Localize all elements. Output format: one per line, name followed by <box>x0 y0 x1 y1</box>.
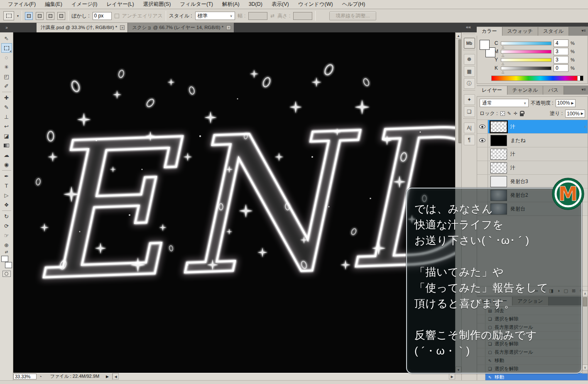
character-panel-button[interactable]: A| <box>464 122 475 133</box>
yellow-slider-marker-icon[interactable]: △ <box>502 62 504 66</box>
tab-color[interactable]: カラー <box>477 27 502 36</box>
style-select[interactable]: 標準 ∨ <box>195 12 235 20</box>
clone-source-button[interactable]: ❏ <box>464 106 475 117</box>
mini-bridge-button[interactable]: Mb <box>464 38 475 49</box>
lasso-tool[interactable]: ◌ <box>1 53 12 62</box>
menu-analysis[interactable]: 解析(A) <box>218 0 244 9</box>
pen-tool[interactable]: ✒ <box>1 171 12 181</box>
move-tool[interactable]: ⇖ <box>1 34 12 43</box>
lock-position-icon[interactable]: ✛ <box>514 111 517 116</box>
menu-view[interactable]: 表示(V) <box>267 0 294 9</box>
zoom-level-input[interactable] <box>13 374 37 379</box>
layer-thumbnail[interactable] <box>490 162 507 174</box>
color-ramp[interactable] <box>491 76 583 81</box>
opacity-spinner-icon[interactable]: ▶ <box>571 101 574 105</box>
menu-select[interactable]: 選択範囲(S) <box>139 0 176 9</box>
document-tab-1[interactable]: 汁講座.psd @ 33.3% (汁, RGB/8#) * × <box>37 23 127 32</box>
foreground-color-swatch[interactable] <box>1 256 8 262</box>
visibility-toggle[interactable] <box>477 161 488 174</box>
type-tool[interactable]: T <box>1 181 12 191</box>
paragraph-panel-button[interactable]: ¶ <box>464 135 475 145</box>
intersect-selection-button[interactable] <box>57 12 65 20</box>
panel-foreground-swatch[interactable] <box>480 40 490 50</box>
gradient-tool[interactable] <box>1 141 12 150</box>
layer-thumbnail[interactable] <box>490 121 507 132</box>
tool-presets-button[interactable]: ✦ <box>464 94 475 105</box>
layer-row-shiru-3[interactable]: 汁 <box>477 161 588 175</box>
history-brush-tool[interactable]: ↩ <box>1 122 12 131</box>
history-scrollbar[interactable]: ∧ <box>582 291 588 374</box>
brush-tool[interactable]: ✎ <box>1 103 12 112</box>
menu-help[interactable]: ヘルプ(H) <box>338 0 370 9</box>
layer-thumbnail[interactable] <box>490 149 507 160</box>
lock-all-icon[interactable] <box>520 113 524 116</box>
panel-menu-icon[interactable]: ▾≡ <box>581 87 586 92</box>
zoom-tool[interactable]: ⊕ <box>1 240 12 250</box>
menu-file[interactable]: ファイル(F) <box>3 0 40 9</box>
dodge-tool[interactable]: ◉ <box>1 160 12 169</box>
tab-paths[interactable]: パス <box>543 86 564 95</box>
cyan-slider-marker-icon[interactable]: △ <box>502 45 504 49</box>
eraser-tool[interactable]: ◪ <box>1 131 12 141</box>
magenta-value-input[interactable] <box>554 48 568 55</box>
add-selection-button[interactable] <box>36 12 44 20</box>
tools-collapse-icon[interactable]: » <box>0 23 13 32</box>
layer-row-shiru-1[interactable]: 汁 ∧ <box>477 120 588 134</box>
swap-colors-icon[interactable]: ⇄ <box>0 250 13 254</box>
scroll-up-icon[interactable]: ▲ <box>456 32 461 39</box>
yellow-slider[interactable] <box>501 58 551 62</box>
lock-pixels-icon[interactable]: ✎ <box>507 111 511 116</box>
blend-mode-select[interactable]: 通常 ∨ <box>480 99 529 107</box>
history-scroll-thumb[interactable] <box>583 297 587 306</box>
3d-rotate-tool[interactable]: ↻ <box>1 212 12 221</box>
smudge-tool[interactable]: ☁ <box>1 150 12 160</box>
panel-menu-icon[interactable]: ▾≡ <box>581 28 586 33</box>
feather-input[interactable] <box>93 12 112 20</box>
history-scroll-up-icon[interactable]: ∧ <box>583 291 588 296</box>
visibility-toggle[interactable] <box>477 175 488 188</box>
black-value-input[interactable] <box>554 64 568 72</box>
document-tab-2[interactable]: スクショ @ 66.7% (レイヤー 14, RGB/8) * × <box>127 23 234 32</box>
fill-field[interactable]: 100% ▶ <box>565 110 585 117</box>
info-button[interactable]: ⓘ <box>464 78 475 89</box>
canvas-horizontal-scrollbar[interactable]: ◀ ▶ <box>112 373 455 380</box>
history-scroll-down-icon[interactable]: ∨ <box>582 364 588 370</box>
menu-3d[interactable]: 3D(D) <box>244 0 267 9</box>
panel-color-swatches[interactable] <box>480 39 494 61</box>
menu-image[interactable]: イメージ(I) <box>67 0 102 9</box>
cyan-slider[interactable] <box>501 42 551 45</box>
magenta-slider[interactable] <box>501 50 551 54</box>
document-canvas[interactable]: END END <box>13 32 455 373</box>
tab-layers[interactable]: レイヤー <box>477 86 507 95</box>
cyan-value-input[interactable] <box>554 39 568 47</box>
visibility-toggle[interactable] <box>477 134 488 147</box>
clone-stamp-tool[interactable]: ⊥ <box>1 112 12 122</box>
spectrum-ramp[interactable] <box>492 76 577 81</box>
black-ramp-cap[interactable] <box>580 76 583 81</box>
black-slider[interactable] <box>501 66 551 70</box>
scroll-left-icon[interactable]: ◀ <box>113 373 119 379</box>
dock-collapse-left-icon[interactable]: «« <box>466 24 471 29</box>
eyedropper-tool[interactable]: ✐ <box>1 81 12 91</box>
black-slider-marker-icon[interactable]: △ <box>502 70 504 74</box>
custom-shape-tool[interactable]: ❖ <box>1 200 12 210</box>
white-ramp-cap[interactable] <box>577 76 580 81</box>
tab-styles[interactable]: スタイル <box>538 27 569 36</box>
scroll-right-icon[interactable]: ▶ <box>449 373 455 379</box>
quick-mask-button[interactable] <box>2 271 11 277</box>
layer-thumbnail[interactable] <box>490 135 507 146</box>
close-tab-icon[interactable]: × <box>226 25 231 30</box>
color-swatches[interactable] <box>1 256 12 268</box>
yellow-value-input[interactable] <box>554 56 568 64</box>
rectangular-marquee-tool[interactable] <box>1 43 12 53</box>
tab-swatches[interactable]: スウォッチ <box>502 27 538 36</box>
3d-orbit-tool[interactable]: ⟳ <box>1 221 12 231</box>
menu-filter[interactable]: フィルター(T) <box>175 0 218 9</box>
lock-transparency-icon[interactable] <box>500 111 505 116</box>
layer-thumbnail[interactable] <box>490 176 507 187</box>
tab-channels[interactable]: チャンネル <box>507 86 543 95</box>
opacity-field[interactable]: 100% ▶ <box>556 99 576 107</box>
menu-edit[interactable]: 編集(E) <box>40 0 67 9</box>
background-color-swatch[interactable] <box>5 262 12 268</box>
spot-healing-brush-tool[interactable]: ✚ <box>1 93 12 103</box>
